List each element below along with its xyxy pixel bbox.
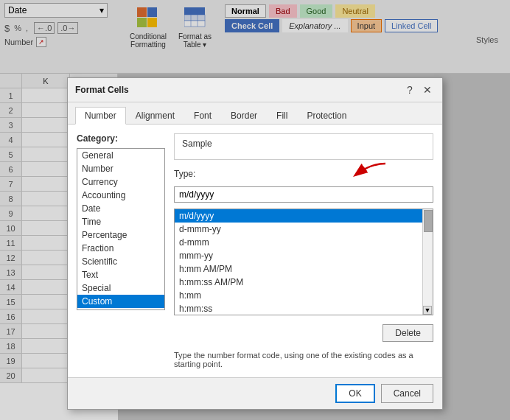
dialog-titlebar: Format Cells ? ✕ (68, 78, 442, 102)
category-item[interactable]: Currency (77, 175, 164, 189)
title-buttons: ? ✕ (402, 83, 435, 97)
hint-text: Type the number format code, using one o… (174, 351, 433, 368)
help-button[interactable]: ? (402, 83, 417, 97)
format-list-container: m/d/yyyyd-mmm-yyd-mmmmmm-yyh:mm AM/PMh:m… (174, 209, 433, 315)
delete-button[interactable]: Delete (382, 324, 433, 342)
ok-button[interactable]: OK (335, 384, 374, 403)
category-item[interactable]: Fraction (77, 242, 164, 255)
right-panel: Sample Type: (174, 133, 433, 368)
format-list-item[interactable]: d-mmm-yy (175, 223, 422, 236)
sample-label: Sample (182, 139, 212, 149)
type-label: Type: (174, 169, 195, 179)
dialog-title: Format Cells (75, 85, 129, 95)
category-item[interactable]: Custom (77, 295, 164, 308)
category-item[interactable]: Scientific (77, 255, 164, 268)
tab-alignment[interactable]: Alignment (126, 107, 184, 124)
dialog-body: Category: GeneralNumberCurrencyAccountin… (68, 125, 442, 377)
category-section: Category: GeneralNumberCurrencyAccountin… (77, 133, 165, 368)
category-item[interactable]: Text (77, 268, 164, 281)
delete-row: Delete (174, 321, 433, 342)
format-list-item[interactable]: h:mm:ss (175, 302, 422, 315)
category-item[interactable]: Time (77, 215, 164, 228)
modal-overlay: Format Cells ? ✕ NumberAlignmentFontBord… (0, 0, 510, 420)
category-list[interactable]: GeneralNumberCurrencyAccountingDateTimeP… (77, 148, 165, 310)
format-list-item[interactable]: d-mmm (175, 236, 422, 249)
format-list[interactable]: m/d/yyyyd-mmm-yyd-mmmmmm-yyh:mm AM/PMh:m… (175, 209, 433, 315)
close-button[interactable]: ✕ (420, 83, 435, 97)
format-list-item[interactable]: m/d/yyyy (175, 209, 422, 223)
category-item[interactable]: Number (77, 162, 164, 175)
scrollbar-track[interactable]: ▼ (422, 209, 433, 315)
scrollbar-thumb[interactable] (424, 210, 433, 232)
category-item[interactable]: Accounting (77, 189, 164, 202)
sample-section: Sample (174, 133, 433, 160)
category-item[interactable]: Special (77, 281, 164, 295)
category-item[interactable]: General (77, 149, 164, 162)
dialog-tabs: NumberAlignmentFontBorderFillProtection (68, 102, 442, 125)
format-cells-dialog: Format Cells ? ✕ NumberAlignmentFontBord… (67, 77, 443, 410)
type-input[interactable] (174, 186, 433, 203)
tab-fill[interactable]: Fill (267, 107, 297, 124)
tab-font[interactable]: Font (184, 107, 221, 124)
arrow-indicator (349, 160, 389, 182)
format-list-item[interactable]: h:mm (175, 289, 422, 302)
tab-number[interactable]: Number (75, 107, 126, 125)
type-row: Type: (174, 166, 433, 179)
cancel-button[interactable]: Cancel (381, 384, 433, 403)
format-list-item[interactable]: h:mm AM/PM (175, 262, 422, 276)
category-label: Category: (77, 133, 165, 144)
scrollbar-down-arrow[interactable]: ▼ (423, 306, 432, 315)
category-item[interactable]: Date (77, 202, 164, 215)
format-list-item[interactable]: mmm-yy (175, 249, 422, 262)
tab-border[interactable]: Border (221, 107, 267, 124)
format-list-item[interactable]: h:mm:ss AM/PM (175, 276, 422, 289)
dialog-footer: OK Cancel (68, 377, 442, 409)
category-item[interactable]: Percentage (77, 228, 164, 242)
tab-protection[interactable]: Protection (297, 107, 356, 124)
